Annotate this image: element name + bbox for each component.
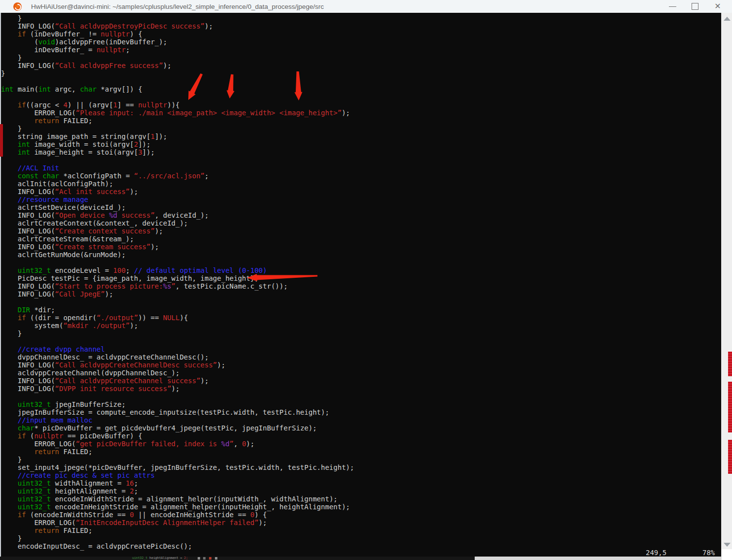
- code-line: jpegInBufferSize = compute_encode_inputs…: [1, 408, 354, 416]
- right-window-sliver: [728, 382, 732, 432]
- code-line: //create pic desc & set pic attrs: [1, 471, 354, 479]
- code-line: [1, 298, 354, 306]
- terminal-screen[interactable]: } INFO_LOG(“Call acldvppDestroyPicDesc s…: [0, 13, 721, 557]
- code-line: ERROR_LOG(“get picDevBuffer failed, inde…: [1, 440, 354, 448]
- code-line: acldvppCreateChannel(dvppChannelDesc_);: [1, 369, 354, 377]
- taskbar-icon: [209, 557, 211, 560]
- terminal-window: HwHiAiUser@davinci-mini: ~/samples/cplus…: [0, 0, 732, 560]
- code-line: }: [1, 329, 354, 337]
- code-line: INFO_LOG(“Call acldvppDestroyPicDesc suc…: [1, 22, 354, 30]
- code-line: ERROR_LOG(“InitEncodeInputDesc Alignment…: [1, 519, 354, 527]
- code-line: int image_width = stoi(argv[2]);: [1, 140, 354, 148]
- code-line: //ACL Init: [1, 164, 354, 172]
- code-line: INFO_LOG(“Start to process picture:%s”, …: [1, 282, 354, 290]
- bottom-window-sliver: uint32_t heightAlignment = 2;: [0, 557, 721, 560]
- code-line: }: [1, 456, 354, 463]
- window-title: HwHiAiUser@davinci-mini: ~/samples/cplus…: [31, 3, 324, 10]
- code-line: ERROR_LOG(“Please input: ./main <image_p…: [1, 109, 354, 117]
- scrollbar[interactable]: [721, 13, 732, 560]
- taskbar-icon: [198, 557, 200, 560]
- code-line: return FAILED;: [1, 448, 354, 456]
- code-line: aclInit(aclConfigPath);: [1, 180, 354, 188]
- maximize-icon[interactable]: [684, 0, 706, 13]
- code-line: [1, 156, 354, 164]
- minimize-icon[interactable]: [661, 0, 684, 13]
- code-line: INFO_LOG(“Call acldvppCreateChannel succ…: [1, 377, 354, 385]
- titlebar: HwHiAiUser@davinci-mini: ~/samples/cplus…: [0, 0, 732, 13]
- code-line: [1, 393, 354, 400]
- scroll-percent: 78%: [702, 549, 715, 557]
- code-line: }: [1, 54, 354, 62]
- code-line: INFO_LOG(“Create context success”);: [1, 227, 354, 235]
- code-line: system(“mkdir ./output”);: [1, 322, 354, 329]
- code-line: INFO_LOG(“Call JpegE”);: [1, 290, 354, 298]
- code-line: [1, 259, 354, 266]
- code-line: }: [1, 534, 354, 542]
- code-line: if (inDevBuffer_ != nullptr) {: [1, 30, 354, 38]
- code-line: }: [1, 125, 354, 132]
- code-area: } INFO_LOG(“Call acldvppDestroyPicDesc s…: [1, 14, 354, 550]
- right-window-sliver: [728, 352, 732, 376]
- code-line: if((argc < 4) || (argv[1] == nullptr)){: [1, 101, 354, 109]
- window-controls: ✕: [661, 0, 732, 13]
- code-line: }: [1, 69, 354, 77]
- code-line: aclrtGetRunMode(&runMode);: [1, 251, 354, 259]
- taskbar-icon: [203, 557, 206, 560]
- code-line: return FAILED;: [1, 117, 354, 125]
- code-line: //resource manage: [1, 196, 354, 203]
- close-icon[interactable]: ✕: [706, 0, 729, 13]
- right-window-sliver: [728, 440, 732, 474]
- code-line: if ((dir = opendir(“./output”)) == NULL)…: [1, 314, 354, 322]
- left-window-sliver: [0, 124, 3, 157]
- code-line: aclrtCreateContext(&context_, deviceId_)…: [1, 219, 354, 227]
- app-icon: [13, 2, 22, 11]
- code-line: [1, 77, 354, 85]
- background-window-edge: [475, 557, 721, 560]
- code-line: int image_height = stoi(argv[3]);: [1, 148, 354, 156]
- code-line: }: [1, 14, 354, 22]
- code-line: uint32_t encodeInHeightStride = alignmen…: [1, 503, 354, 511]
- code-line: const char *aclConfigPath = “../src/acl.…: [1, 172, 354, 180]
- code-line: int main(int argc, char *argv[]) {: [1, 85, 354, 93]
- taskbar-icon: [215, 557, 217, 560]
- code-line: return FAILED;: [1, 527, 354, 534]
- code-line: uint32_t jpegInBufferSize;: [1, 400, 354, 408]
- code-line: if (nullptr == picDevBuffer) {: [1, 432, 354, 440]
- code-line: INFO_LOG(“Call acldvppFree success”);: [1, 62, 354, 69]
- code-line: char* picDevBuffer = get_picdevbuffer4_j…: [1, 424, 354, 432]
- code-line: if (encodeInWidthStride == 0 || encodeIn…: [1, 511, 354, 519]
- scrollbar-corner: [722, 549, 732, 560]
- code-line: aclrtSetDevice(deviceId_);: [1, 203, 354, 211]
- code-line: uint32_t heightAlignment = 2;: [1, 487, 354, 495]
- code-line: //create dvpp channel: [1, 345, 354, 353]
- code-line: PicDesc testPic = {image_path, image_wid…: [1, 274, 354, 282]
- code-line: uint32_t encodeLevel = 100; // default o…: [1, 266, 354, 274]
- code-line: INFO_LOG(“Acl init success”);: [1, 188, 354, 196]
- code-line: DIR *dir;: [1, 306, 354, 314]
- code-line: set_input4_jpege(*picDevBuffer, jpegInBu…: [1, 463, 354, 471]
- code-line: //input mem malloc: [1, 416, 354, 424]
- cursor-position: 249,5: [646, 549, 666, 557]
- code-line: inDevBuffer_ = nullptr;: [1, 46, 354, 54]
- code-line: uint32_t encodeInWidthStride = alignment…: [1, 495, 354, 503]
- code-line: INFO_LOG(“Call acldvppCreateChannelDesc …: [1, 361, 354, 369]
- scroll-down-icon[interactable]: [724, 543, 731, 547]
- code-line: string image_path = string(argv[1]);: [1, 132, 354, 140]
- scroll-up-icon[interactable]: [724, 17, 731, 21]
- code-line: INFO_LOG(“Open device %d success”, devic…: [1, 211, 354, 219]
- vim-statusline: “main.cpp” 343 lines --72%-- 249,5 78%: [1, 549, 721, 557]
- code-line: (void)acldvppFree(inDevBuffer_);: [1, 38, 354, 46]
- sliver-code-text: uint32_t heightAlignment = 2;: [132, 557, 188, 560]
- code-line: aclrtCreateStream(&stream_);: [1, 235, 354, 243]
- code-line: INFO_LOG(“Create stream success”);: [1, 243, 354, 251]
- code-line: [1, 93, 354, 101]
- code-line: INFO_LOG(“DVPP init resource success”);: [1, 385, 354, 393]
- code-line: [1, 337, 354, 345]
- code-line: dvppChannelDesc_ = acldvppCreateChannelD…: [1, 353, 354, 361]
- code-line: uint32_t widthAlignment = 16;: [1, 479, 354, 487]
